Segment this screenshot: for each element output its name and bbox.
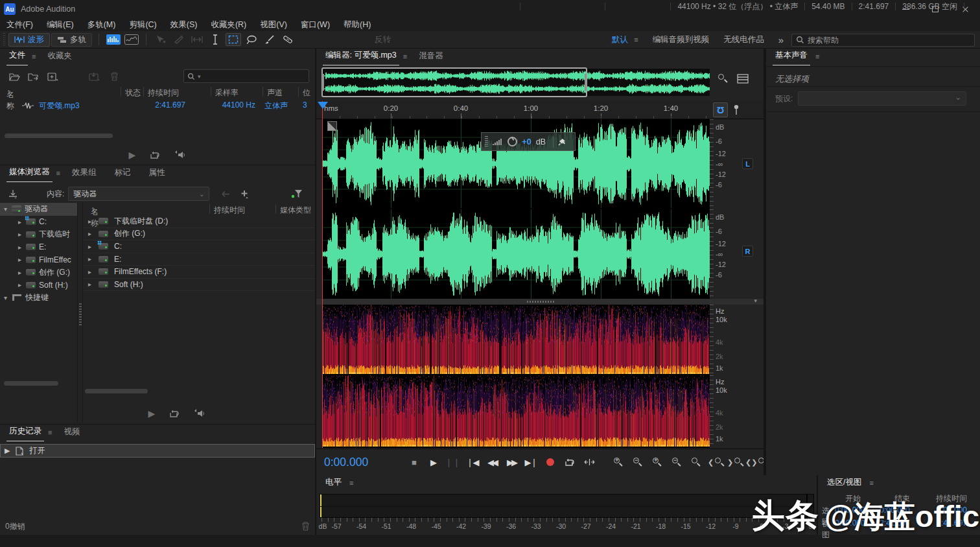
history-entry-open[interactable]: ▶ 打开	[0, 444, 315, 458]
stop-button[interactable]: ■	[406, 454, 423, 470]
tab-mixer[interactable]: 混音器	[416, 47, 446, 65]
waveform-spectral-splitter[interactable]: ▾	[316, 299, 764, 305]
reverse-button[interactable]: 反转	[375, 34, 391, 45]
tab-files[interactable]: 文件	[6, 47, 28, 65]
media-list-item-3[interactable]: ▸E:	[83, 253, 315, 266]
skip-to-start-button[interactable]: ❘◀	[464, 454, 481, 470]
menu-item-1[interactable]: 编辑(E)	[47, 19, 74, 30]
hud-gain-value[interactable]: +0	[522, 137, 531, 146]
trash-icon[interactable]	[301, 522, 310, 531]
editor-view-menu-icon[interactable]	[737, 74, 749, 84]
col-bits[interactable]: 位	[303, 87, 310, 99]
marker-pin-icon[interactable]	[732, 104, 740, 117]
rewind-button[interactable]: ◀◀	[484, 454, 500, 470]
zoom-in-time-button[interactable]: +	[648, 454, 665, 470]
files-search-box[interactable]: ▾	[183, 69, 309, 83]
levels-menu-icon[interactable]: ≡	[349, 479, 353, 487]
gain-knob[interactable]	[508, 137, 517, 146]
playhead-line[interactable]	[322, 101, 323, 448]
tab-effects-rack[interactable]: 效果组	[69, 164, 99, 182]
list-hscrollbar[interactable]	[85, 389, 148, 393]
collapse-chevron-icon[interactable]: ▾	[754, 297, 757, 304]
workspace-edit-audio-video[interactable]: 编辑音频到视频	[653, 34, 710, 45]
toolbar-grip[interactable]	[3, 33, 6, 46]
media-list-item-4[interactable]: ▸FilmEffects (F:)	[83, 266, 315, 279]
new-file-icon[interactable]	[45, 69, 61, 84]
tree-item-4[interactable]: ▸FilmEffec	[0, 253, 77, 266]
pause-button[interactable]: ❘❘	[445, 454, 461, 470]
expand-chevron-icon[interactable]: ▸	[8, 100, 11, 108]
filter-icon[interactable]	[289, 187, 305, 201]
zoom-selection-button[interactable]: ❮❯	[745, 454, 762, 470]
col-name[interactable]: 名称 ↑	[91, 205, 95, 214]
tab-essential-sound[interactable]: 基本声音	[773, 47, 810, 65]
import-file-icon[interactable]	[26, 69, 41, 84]
skip-to-end-button[interactable]: ▶❘	[522, 454, 539, 470]
slip-tool-icon[interactable]	[189, 33, 205, 46]
show-waveform-toggle[interactable]	[106, 33, 121, 46]
col-sample-rate[interactable]: 采样率	[215, 87, 239, 99]
right-splitter[interactable]	[764, 49, 765, 475]
files-hscrollbar[interactable]	[5, 134, 113, 138]
preset-dropdown[interactable]	[798, 91, 966, 106]
menu-item-3[interactable]: 剪辑(C)	[129, 19, 156, 30]
tab-video[interactable]: 视频	[61, 423, 82, 441]
help-search-input[interactable]	[808, 36, 957, 45]
media-list-item-1[interactable]: ▸创作 (G:)	[83, 228, 315, 241]
playhead-marker[interactable]	[318, 102, 328, 109]
zoom-out-time-button[interactable]: −	[668, 454, 684, 470]
zoom-selection-end-button[interactable]: ❯	[726, 454, 743, 470]
col-name[interactable]: 名称 ↑	[6, 87, 10, 97]
level-meter[interactable]	[320, 494, 814, 518]
tree-splitter[interactable]	[77, 203, 83, 423]
tab-properties[interactable]: 属性	[146, 164, 167, 182]
tree-hscrollbar[interactable]	[4, 381, 58, 386]
paintbrush-tool-icon[interactable]	[262, 33, 277, 46]
preview-play-icon[interactable]: ▶	[129, 150, 136, 160]
spectral-display[interactable]	[322, 305, 710, 448]
col-type[interactable]: 媒体类型	[280, 205, 311, 216]
add-shortcut-icon[interactable]	[237, 187, 252, 201]
timeline-ruler[interactable]: hms 0:200:401:001:201:40 Ω	[316, 101, 764, 119]
col-status[interactable]: 状态	[125, 87, 141, 99]
tab-favorites[interactable]: 收藏夹	[45, 47, 75, 65]
tree-item-5[interactable]: ▸创作 (G:)	[0, 266, 77, 279]
tree-item-7[interactable]: ▾快捷键	[0, 292, 77, 305]
zoom-in-amplitude-button[interactable]: +	[609, 454, 626, 470]
razor-tool-icon[interactable]	[171, 33, 187, 46]
media-list-item-2[interactable]: ▸C:	[83, 240, 315, 253]
media-panel-menu-icon[interactable]: ≡	[56, 169, 60, 177]
spot-healing-tool-icon[interactable]	[280, 33, 296, 46]
menu-item-5[interactable]: 收藏夹(R)	[211, 19, 246, 30]
spectrogram-left-channel[interactable]	[322, 305, 710, 374]
media-list-item-0[interactable]: ▸下载临时盘 (D:)	[83, 215, 315, 228]
menu-item-0[interactable]: 文件(F)	[6, 19, 33, 30]
menu-item-4[interactable]: 效果(S)	[170, 19, 198, 30]
time-display[interactable]: 0:00.000	[324, 456, 394, 469]
skip-selection-button[interactable]	[581, 454, 598, 470]
back-arrow-icon[interactable]	[217, 187, 233, 201]
tree-item-1[interactable]: ▸C:	[0, 216, 77, 229]
essential-sound-menu-icon[interactable]: ≡	[815, 52, 819, 60]
preview-play-icon[interactable]: ▶	[148, 408, 156, 419]
left-splitter[interactable]	[315, 49, 316, 535]
col-channels[interactable]: 声道	[267, 87, 283, 99]
files-panel-menu-icon[interactable]: ≡	[32, 52, 36, 60]
auto-play-speaker-icon[interactable]	[194, 409, 205, 418]
spectrogram-right-channel[interactable]	[322, 375, 710, 447]
tree-item-2[interactable]: ▸下载临时	[0, 228, 77, 241]
overview-range-selector[interactable]	[321, 67, 587, 97]
auto-play-speaker-icon[interactable]	[174, 150, 186, 159]
help-search-box[interactable]	[791, 34, 975, 47]
tab-history[interactable]: 历史记录	[6, 423, 44, 441]
editor-panel-menu-icon[interactable]: ≡	[403, 52, 407, 60]
tree-item-3[interactable]: ▸E:	[0, 241, 77, 254]
save-all-icon[interactable]	[87, 69, 102, 84]
fade-in-handle[interactable]	[327, 121, 337, 131]
media-list-item-5[interactable]: ▸Soft (H:)	[83, 279, 315, 292]
fast-forward-button[interactable]: ▶▶	[503, 454, 520, 470]
tab-editor[interactable]: 编辑器: 可爱颂.mp3	[323, 47, 399, 65]
selection-view-menu-icon[interactable]: ≡	[869, 479, 873, 487]
multitrack-view-button[interactable]: 多轨	[51, 33, 92, 47]
loop-playback-button[interactable]	[561, 454, 578, 470]
